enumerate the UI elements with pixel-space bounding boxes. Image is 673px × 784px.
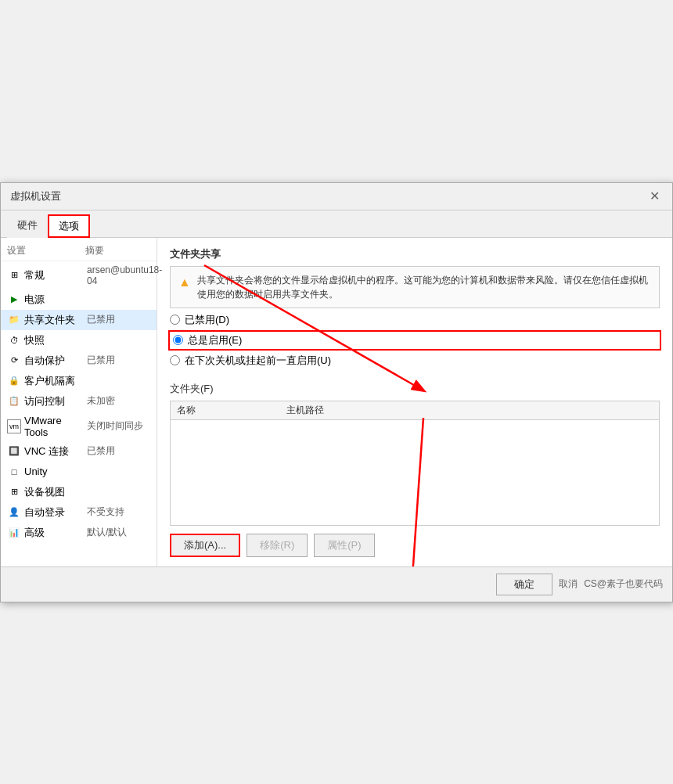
sidebar-item-label: VNC 连接 — [24, 444, 87, 459]
vm-settings-dialog: 虚拟机设置 ✕ 硬件 选项 设置 摘要 ⊞ 常规 arsen@ubuntu18-… — [0, 182, 673, 602]
radio-disabled-label: 已禁用(D) — [185, 313, 229, 327]
sidebar-item-device-view[interactable]: ⊞ 设备视图 — [1, 482, 157, 502]
files-label: 文件夹(F) — [170, 382, 660, 396]
radio-disabled-input[interactable] — [170, 315, 180, 325]
unity-icon: □ — [7, 465, 21, 479]
vmware-tools-icon: vm — [7, 419, 21, 433]
files-section: 文件夹(F) 名称 主机路径 添加(A)... 移除(R) 属性(P) — [170, 382, 660, 557]
sidebar-item-value: 关闭时间同步 — [87, 419, 143, 433]
sidebar-item-label: 快照 — [24, 333, 87, 347]
section-title: 文件夹共享 — [170, 247, 660, 261]
warning-icon: ▲ — [178, 273, 191, 301]
shared-folders-icon: 📁 — [7, 313, 21, 327]
radio-disabled[interactable]: 已禁用(D) — [170, 313, 660, 327]
files-table: 名称 主机路径 — [170, 401, 660, 526]
sidebar-item-value: arsen@ubuntu18-04 — [87, 264, 162, 286]
sidebar: 设置 摘要 ⊞ 常规 arsen@ubuntu18-04 ▶ 电源 📁 共享文件… — [1, 238, 157, 566]
sidebar-item-label: 设备视图 — [24, 485, 87, 499]
close-button[interactable]: ✕ — [646, 188, 663, 205]
sidebar-item-autosave[interactable]: ⟳ 自动保护 已禁用 — [1, 351, 157, 371]
sidebar-item-vmware-tools[interactable]: vm VMware Tools 关闭时间同步 — [1, 412, 157, 441]
sidebar-header: 设置 摘要 — [1, 241, 157, 261]
sidebar-item-label: 访问控制 — [24, 394, 87, 408]
files-table-body — [171, 420, 659, 514]
files-actions: 添加(A)... 移除(R) 属性(P) — [170, 534, 660, 557]
isolation-icon: 🔒 — [7, 374, 21, 388]
cancel-label: 取消 — [559, 577, 578, 591]
col-path: 主机路径 — [286, 404, 324, 417]
warning-box: ▲ 共享文件夹会将您的文件显示给虚拟机中的程序。这可能为您的计算机和数据带来风险… — [170, 266, 660, 308]
confirm-button[interactable]: 确定 — [496, 574, 552, 595]
sidebar-item-value: 已禁用 — [87, 444, 115, 458]
sidebar-item-label: Unity — [24, 466, 87, 477]
right-panel: 文件夹共享 ▲ 共享文件夹会将您的文件显示给虚拟机中的程序。这可能为您的计算机和… — [157, 238, 672, 566]
sidebar-col-settings: 设置 — [7, 244, 85, 257]
sidebar-item-value: 已禁用 — [87, 313, 115, 326]
tab-hardware[interactable]: 硬件 — [7, 214, 48, 238]
radio-group: 已禁用(D) 总是启用(E) 在下次关机或挂起前一直启用(U) — [170, 313, 660, 368]
add-button[interactable]: 添加(A)... — [170, 534, 240, 557]
radio-always-enabled-input[interactable] — [173, 335, 183, 345]
sidebar-item-label: 常规 — [24, 268, 87, 282]
shared-folders-section: 文件夹共享 ▲ 共享文件夹会将您的文件显示给虚拟机中的程序。这可能为您的计算机和… — [170, 247, 660, 372]
radio-next-shutdown-input[interactable] — [170, 355, 180, 365]
col-name: 名称 — [177, 404, 286, 417]
sidebar-item-shared-folders[interactable]: 📁 共享文件夹 已禁用 — [1, 310, 157, 330]
sidebar-item-label: 自动保护 — [24, 354, 87, 368]
sidebar-item-snapshots[interactable]: ⏱ 快照 — [1, 330, 157, 351]
sidebar-item-value: 已禁用 — [87, 354, 115, 367]
sidebar-item-value: 默认/默认 — [87, 526, 127, 539]
sidebar-item-label: 自动登录 — [24, 505, 87, 520]
autologin-icon: 👤 — [7, 505, 21, 520]
radio-next-shutdown-label: 在下次关机或挂起前一直启用(U) — [185, 354, 331, 368]
title-bar: 虚拟机设置 ✕ — [1, 183, 672, 210]
sidebar-item-unity[interactable]: □ Unity — [1, 462, 157, 482]
radio-always-enabled-label: 总是启用(E) — [188, 333, 242, 347]
tab-options[interactable]: 选项 — [48, 214, 90, 238]
sidebar-item-isolation[interactable]: 🔒 客户机隔离 — [1, 371, 157, 391]
tabs-bar: 硬件 选项 — [1, 210, 672, 238]
sidebar-item-value: 不受支持 — [87, 505, 124, 519]
vnc-icon: 🔲 — [7, 444, 21, 459]
dialog-title: 虚拟机设置 — [10, 189, 61, 203]
sidebar-item-power[interactable]: ▶ 电源 — [1, 290, 157, 310]
access-control-icon: 📋 — [7, 394, 21, 408]
files-table-header: 名称 主机路径 — [171, 401, 659, 420]
sidebar-item-label: 客户机隔离 — [24, 374, 87, 388]
device-view-icon: ⊞ — [7, 485, 21, 499]
help-text: CS@素子也要代码 — [584, 577, 663, 591]
autosave-icon: ⟳ — [7, 354, 21, 368]
sidebar-col-summary: 摘要 — [85, 244, 104, 257]
sidebar-item-value: 未加密 — [87, 394, 115, 408]
radio-always-enabled[interactable]: 总是启用(E) — [170, 332, 660, 349]
sidebar-item-label: 高级 — [24, 526, 87, 540]
power-icon: ▶ — [7, 293, 21, 307]
properties-button[interactable]: 属性(P) — [314, 534, 374, 557]
sidebar-item-label: VMware Tools — [24, 415, 87, 438]
sidebar-item-vnc[interactable]: 🔲 VNC 连接 已禁用 — [1, 441, 157, 462]
sidebar-item-advanced[interactable]: 📊 高级 默认/默认 — [1, 523, 157, 543]
radio-next-shutdown[interactable]: 在下次关机或挂起前一直启用(U) — [170, 354, 660, 368]
remove-button[interactable]: 移除(R) — [247, 534, 308, 557]
sidebar-item-label: 共享文件夹 — [24, 313, 87, 327]
sidebar-item-access-control[interactable]: 📋 访问控制 未加密 — [1, 391, 157, 412]
advanced-icon: 📊 — [7, 526, 21, 540]
sidebar-item-general[interactable]: ⊞ 常规 arsen@ubuntu18-04 — [1, 261, 157, 290]
sidebar-item-label: 电源 — [24, 293, 87, 307]
bottom-bar: 确定 取消 CS@素子也要代码 — [1, 566, 672, 602]
sidebar-item-autologin[interactable]: 👤 自动登录 不受支持 — [1, 502, 157, 523]
dialog-body: 设置 摘要 ⊞ 常规 arsen@ubuntu18-04 ▶ 电源 📁 共享文件… — [1, 238, 672, 566]
general-icon: ⊞ — [7, 268, 21, 282]
snapshots-icon: ⏱ — [7, 333, 21, 347]
warning-text: 共享文件夹会将您的文件显示给虚拟机中的程序。这可能为您的计算机和数据带来风险。请… — [197, 273, 651, 301]
